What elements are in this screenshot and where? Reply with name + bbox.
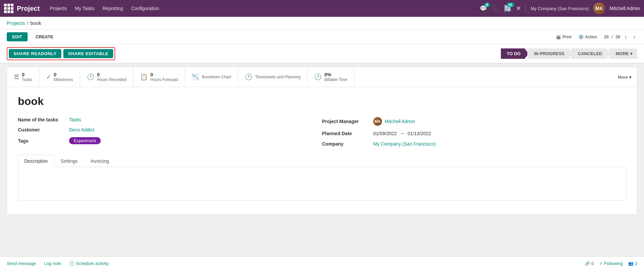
timesheets-label: Timesheets and Planning [255,75,300,79]
stats-more-button[interactable]: More ▾ [612,67,637,87]
hours-forecast-icon: 📋 [140,73,148,81]
share-readonly-button[interactable]: SHARE READONLY [9,49,61,58]
stat-billable[interactable]: 🕐 0% Billable Time [308,67,354,87]
milestones-count: 0 [54,72,73,77]
nav-projects[interactable]: Projects [50,6,67,11]
date-arrow: → [399,130,405,137]
page-current: 28 [604,34,609,39]
stat-hours-forecast[interactable]: 📋 0 Hours Forecast [133,67,185,87]
hours-forecast-label: Hours Forecast [150,77,178,82]
billable-icon: 🕐 [314,73,322,81]
page-prev-button[interactable]: ‹ [623,33,629,41]
project-manager-value[interactable]: Mitchell Admin [385,119,415,124]
action-button[interactable]: ⚙️ Action [578,34,597,39]
project-title: book [18,95,626,108]
hours-recorded-label: Hours Recorded [97,77,126,82]
notifications-button[interactable]: 💬 8 [480,5,487,12]
username[interactable]: Mitchell Admin [610,6,640,11]
company-name: My Company (San Francisco) [531,6,589,11]
breadcrumb-current: book [30,20,41,26]
tab-bar: Description Settings Invoicing [18,155,626,167]
form-fields: Name of the tasks Tasks Customer Deco Ad… [18,117,626,147]
share-bar: SHARE READONLY SHARE EDITABLE TO DO IN P… [0,44,644,64]
status-todo-button[interactable]: TO DO [501,48,529,59]
breadcrumb-parent[interactable]: Projects [7,20,25,26]
tasks-icon: ☰ [14,73,19,81]
tab-description[interactable]: Description [18,155,54,167]
app-title[interactable]: Project [17,5,40,12]
tag-chip[interactable]: Experiment [69,137,101,144]
burndown-icon: 📉 [192,73,199,81]
tags-label: Tags [18,138,65,144]
breadcrumb-separator: / [27,21,28,26]
status-canceled-button[interactable]: CANCELED [571,48,610,59]
company-label: Company [322,141,369,147]
customer-row: Customer Deco Addict [18,127,322,132]
customer-value[interactable]: Deco Addict [69,127,94,132]
planned-date-row: Planned Date 01/09/2022 → 01/13/2022 [322,130,626,137]
app-grid-icon[interactable] [4,4,13,13]
page-navigation: 28 / 28 ‹ › [604,33,637,41]
action-bar-right: 🖨️ Print ⚙️ Action 28 / 28 ‹ › [556,33,637,41]
milestones-icon: ✓ [46,73,51,81]
form-right: Project Manager MA Mitchell Admin Planne… [322,117,626,147]
billable-count: 0% [324,72,347,77]
breadcrumb: Projects / book [0,17,644,30]
form-area: book Name of the tasks Tasks Customer De… [7,87,637,215]
print-button[interactable]: 🖨️ Print [556,34,572,39]
action-bar: EDIT CREATE 🖨️ Print ⚙️ Action 28 / 28 ‹… [0,30,644,44]
notifications-badge: 8 [484,3,490,7]
create-button[interactable]: CREATE [30,32,59,41]
activity-button[interactable]: 🔄 41 [504,5,511,12]
stat-tasks[interactable]: ☰ 0 Tasks [7,67,39,87]
status-more-button[interactable]: MORE ▾ [609,48,637,59]
milestones-label: Milestones [54,77,73,82]
phone-button[interactable]: 📞 [492,5,499,12]
stats-bar: ☰ 0 Tasks ✓ 0 Milestones 🕐 0 Hours Recor… [7,67,637,87]
hours-forecast-count: 0 [150,72,178,77]
stat-burndown[interactable]: 📉 Burndown Chart [185,67,238,87]
project-manager-row: Project Manager MA Mitchell Admin [322,117,626,126]
avatar-image: MA [593,3,605,14]
page-next-button[interactable]: › [632,33,637,41]
planned-date-end: 01/13/2022 [408,131,431,136]
tags-row: Tags Experiment [18,137,322,144]
name-of-tasks-label: Name of the tasks [18,117,65,122]
activity-badge: 41 [507,3,514,7]
project-manager-label: Project Manager [322,119,369,124]
edit-button[interactable]: EDIT [7,32,28,41]
status-inprogress-button[interactable]: IN PROGRESS [527,48,572,59]
close-button[interactable]: ✕ [516,5,521,12]
planned-date-label: Planned Date [322,131,369,136]
tab-content-description [18,167,626,201]
stat-timesheets[interactable]: 🕐 Timesheets and Planning [238,67,308,87]
tasks-label: Tasks [22,77,32,82]
hours-recorded-count: 0 [97,72,126,77]
company-value[interactable]: My Company (San Francisco) [373,141,436,147]
form-left: Name of the tasks Tasks Customer Deco Ad… [18,117,322,147]
stat-hours-recorded[interactable]: 🕐 0 Hours Recorded [80,67,133,87]
avatar[interactable]: MA [593,3,605,14]
date-range: 01/09/2022 → 01/13/2022 [373,130,431,137]
nav-my-tasks[interactable]: My Tasks [75,6,94,11]
status-bar: TO DO IN PROGRESS CANCELED MORE ▾ [501,48,637,59]
page-total: 28 [615,34,620,39]
timesheets-icon: 🕐 [245,73,252,81]
burndown-label: Burndown Chart [202,75,231,79]
nav-configuration[interactable]: Configuration [131,6,159,11]
tab-invoicing[interactable]: Invoicing [84,155,116,167]
tab-settings[interactable]: Settings [54,155,84,167]
company-row: Company My Company (San Francisco) [322,141,626,147]
top-navigation: Project Projects My Tasks Reporting Conf… [0,0,644,17]
name-of-tasks-value[interactable]: Tasks [69,117,81,122]
billable-label: Billable Time [324,77,347,82]
hours-recorded-icon: 🕐 [87,73,94,81]
name-of-tasks-row: Name of the tasks Tasks [18,117,322,122]
share-buttons-group: SHARE READONLY SHARE EDITABLE [7,47,115,60]
share-editable-button[interactable]: SHARE EDITABLE [63,49,113,58]
manager-row: MA Mitchell Admin [373,117,415,126]
manager-avatar: MA [373,117,382,126]
nav-reporting[interactable]: Reporting [102,6,123,11]
topnav-right: 💬 8 📞 🔄 41 ✕ My Company (San Francisco) … [480,3,640,14]
stat-milestones[interactable]: ✓ 0 Milestones [39,67,80,87]
